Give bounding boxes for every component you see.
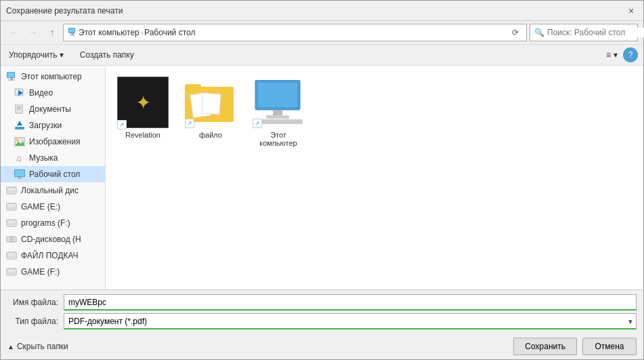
file-area: ✦ ↗ Revelation ↗ xyxy=(106,66,643,289)
svg-rect-5 xyxy=(7,73,14,77)
svg-rect-46 xyxy=(266,115,289,119)
svg-rect-24 xyxy=(17,178,22,179)
address-bar[interactable]: Этот компьютер › Рабочий стол ⟳ xyxy=(63,24,527,41)
help-button[interactable]: ? xyxy=(623,47,638,62)
close-button[interactable]: × xyxy=(624,4,638,18)
cancel-button[interactable]: Отмена xyxy=(582,338,637,355)
local-disk-icon xyxy=(6,185,17,196)
svg-rect-45 xyxy=(273,110,282,115)
file-revelation[interactable]: ✦ ↗ Revelation xyxy=(112,73,173,150)
svg-rect-10 xyxy=(16,104,22,113)
hide-folders-label: Скрыть папки xyxy=(17,342,68,351)
chevron-up-icon: ▲ xyxy=(7,343,14,351)
svg-rect-35 xyxy=(7,256,16,259)
refresh-button[interactable]: ⟳ xyxy=(509,26,522,39)
up-button[interactable]: ↑ xyxy=(44,24,60,41)
game-f-icon xyxy=(6,266,17,277)
search-bar[interactable]: 🔍 xyxy=(530,24,638,41)
organize-button[interactable]: Упорядочить ▾ xyxy=(6,49,66,61)
sidebar-label-programs-f: programs (F:) xyxy=(21,218,70,228)
save-dialog: Сохранение результата печати × ← → ↑ xyxy=(0,0,644,360)
search-input[interactable] xyxy=(547,28,644,37)
svg-rect-30 xyxy=(7,223,16,226)
hide-folders-toggle[interactable]: ▲ Скрыть папки xyxy=(7,342,68,351)
music-icon: ♫ xyxy=(14,153,25,163)
svg-point-18 xyxy=(16,139,19,142)
forward-icon: → xyxy=(29,28,37,37)
downloads-icon xyxy=(14,120,25,131)
up-icon: ↑ xyxy=(50,28,54,37)
programs-f-icon xyxy=(6,218,17,228)
sidebar-label-this-pc: Этот компьютер xyxy=(21,72,82,81)
sidebar-item-desktop[interactable]: Рабочий стол xyxy=(1,166,105,182)
sidebar-label-game-f: GAME (F:) xyxy=(21,267,60,277)
sidebar-label-game-e: GAME (E:) xyxy=(21,202,60,212)
sidebar-item-video[interactable]: Видео xyxy=(1,85,105,101)
sidebar-item-this-pc[interactable]: Этот компьютер xyxy=(1,68,105,85)
computer-icon xyxy=(6,71,17,82)
filetype-label: Тип файла: xyxy=(7,317,58,326)
cdrom-icon xyxy=(6,234,17,245)
main-content: Этот компьютер Видео xyxy=(1,66,643,289)
title-bar: Сохранение результата печати × xyxy=(1,1,643,21)
file-this-computer-label: Этот компьютер xyxy=(251,131,306,147)
svg-rect-28 xyxy=(7,207,16,210)
svg-rect-2 xyxy=(71,33,74,35)
filename-label: Имя файла: xyxy=(7,298,58,307)
svg-rect-23 xyxy=(18,177,21,178)
filename-input[interactable] xyxy=(64,294,637,311)
forward-button[interactable]: → xyxy=(25,24,41,41)
svg-rect-3 xyxy=(70,35,75,36)
documents-icon xyxy=(14,104,25,115)
footer: ▲ Скрыть папки Сохранить Отмена xyxy=(1,334,643,359)
sidebar-item-images[interactable]: Изображения xyxy=(1,134,105,150)
svg-rect-11 xyxy=(17,106,21,107)
desktop-icon xyxy=(14,169,25,180)
sidebar-item-file-podkach[interactable]: ФАЙЛ ПОДКАЧ xyxy=(1,247,105,264)
file-failo-label: файло xyxy=(199,131,222,139)
search-icon: 🔍 xyxy=(534,28,544,37)
shortcut-arrow-revelation: ↗ xyxy=(117,120,127,129)
breadcrumb: Этот компьютер › Рабочий стол xyxy=(68,27,195,39)
svg-rect-26 xyxy=(7,191,16,194)
sidebar-item-local-disk[interactable]: Локальный дис xyxy=(1,182,105,199)
sidebar-label-downloads: Загрузки xyxy=(29,121,62,130)
address-desktop: Рабочий стол xyxy=(144,28,195,37)
file-podkach-icon xyxy=(6,250,17,261)
svg-rect-37 xyxy=(7,272,16,275)
back-button[interactable]: ← xyxy=(6,24,22,41)
sidebar-item-game-f[interactable]: GAME (F:) xyxy=(1,264,105,280)
footer-buttons: Сохранить Отмена xyxy=(513,338,637,355)
file-this-computer[interactable]: ↗ Этот компьютер xyxy=(248,73,309,150)
sidebar-item-downloads[interactable]: Загрузки xyxy=(1,117,105,134)
sidebar-item-documents[interactable]: Документы xyxy=(1,101,105,117)
svg-rect-40 xyxy=(185,84,201,91)
view-button[interactable]: ≡ ▾ xyxy=(603,49,620,61)
sidebar-item-cdrom[interactable]: CD-дисковод (H xyxy=(1,231,105,247)
save-button[interactable]: Сохранить xyxy=(513,338,577,355)
filetype-row: Тип файла: PDF-документ (*.pdf) Все файл… xyxy=(7,313,637,329)
file-failo[interactable]: ↗ файло xyxy=(180,73,241,150)
sidebar-item-music[interactable]: ♫ Музыка xyxy=(1,150,105,166)
revelation-icon-wrapper: ✦ ↗ xyxy=(116,75,170,129)
sidebar-label-documents: Документы xyxy=(29,104,71,114)
view-options: ≡ ▾ ? xyxy=(603,47,638,62)
action-bar: Упорядочить ▾ Создать папку ≡ ▾ ? xyxy=(1,45,643,66)
back-icon: ← xyxy=(10,28,18,37)
sidebar-item-programs-f[interactable]: programs (F:) xyxy=(1,215,105,231)
svg-rect-14 xyxy=(15,127,24,129)
filetype-select-wrapper: PDF-документ (*.pdf) Все файлы (*.*) ▼ xyxy=(64,313,637,329)
filetype-select[interactable]: PDF-документ (*.pdf) Все файлы (*.*) xyxy=(64,313,637,329)
sidebar: Этот компьютер Видео xyxy=(1,66,106,289)
sidebar-item-game-e[interactable]: GAME (E:) xyxy=(1,199,105,215)
sidebar-label-cdrom: CD-дисковод (H xyxy=(21,235,81,244)
filename-row: Имя файла: xyxy=(7,294,637,311)
svg-rect-16 xyxy=(19,121,20,125)
game-e-icon xyxy=(6,201,17,212)
new-folder-button[interactable]: Создать папку xyxy=(77,49,137,61)
svg-rect-6 xyxy=(10,78,13,79)
svg-rect-22 xyxy=(15,170,24,176)
svg-rect-1 xyxy=(69,28,74,33)
svg-text:♫: ♫ xyxy=(16,154,22,163)
failo-icon-wrapper: ↗ xyxy=(184,75,238,129)
